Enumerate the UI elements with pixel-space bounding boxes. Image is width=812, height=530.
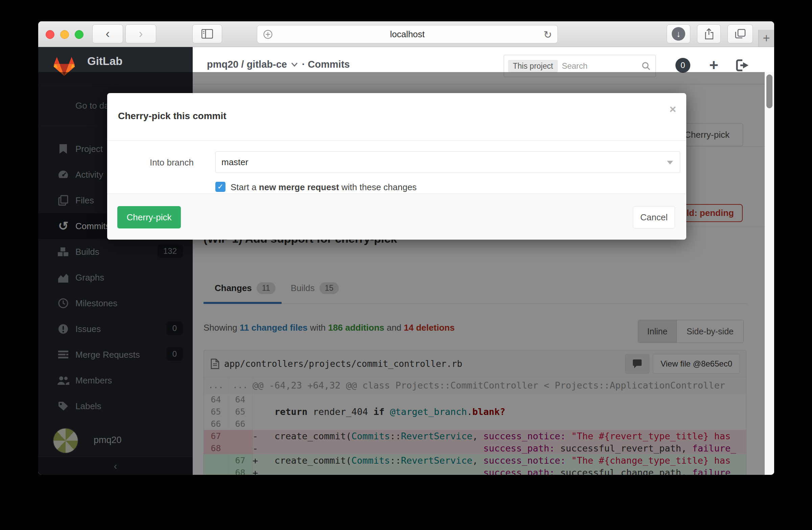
cherry-pick-modal: Cherry-pick this commit × Into branch ma… bbox=[107, 93, 686, 240]
search-placeholder: Search bbox=[562, 61, 641, 71]
modal-title: Cherry-pick this commit bbox=[118, 111, 227, 122]
project-title[interactable]: pmq20 / gitlab-ce bbox=[207, 59, 287, 70]
sidebar-toggle-button[interactable] bbox=[192, 24, 222, 43]
section-title: · Commits bbox=[302, 59, 350, 70]
search-scope-badge: This project bbox=[508, 60, 558, 72]
downloads-button[interactable]: ↓ bbox=[667, 24, 690, 43]
branch-label: Into branch bbox=[107, 157, 194, 168]
branch-select[interactable]: master bbox=[215, 151, 680, 173]
modal-footer: Cherry-pick Cancel bbox=[107, 194, 686, 240]
gitlab-wordmark[interactable]: GitLab bbox=[87, 55, 123, 68]
share-icon bbox=[705, 28, 713, 40]
branch-value: master bbox=[221, 157, 248, 168]
address-bar[interactable]: localhost ↻ bbox=[257, 25, 558, 43]
browser-toolbar: ‹ › localhost ↻ ↓ bbox=[38, 21, 774, 47]
page-viewport: GitLab Go to dashboard Project Activity bbox=[38, 47, 774, 475]
downloads-icon: ↓ bbox=[672, 27, 685, 41]
sign-out-icon[interactable] bbox=[736, 59, 750, 72]
tab-overview-button[interactable] bbox=[727, 24, 753, 43]
tab-overview-icon bbox=[735, 29, 746, 39]
new-merge-request-label[interactable]: Start a new merge request with these cha… bbox=[231, 182, 417, 193]
back-icon: ‹ bbox=[106, 28, 110, 40]
window-minimize-button[interactable] bbox=[60, 30, 69, 39]
close-icon[interactable]: × bbox=[669, 103, 676, 115]
window-close-button[interactable] bbox=[46, 30, 55, 39]
window-zoom-button[interactable] bbox=[75, 30, 84, 39]
caret-down-icon bbox=[667, 161, 673, 165]
scrollbar-track[interactable] bbox=[765, 72, 774, 475]
cherry-pick-confirm-button[interactable]: Cherry-pick bbox=[117, 206, 181, 228]
back-button[interactable]: ‹ bbox=[92, 24, 123, 43]
divider bbox=[107, 140, 686, 141]
refresh-icon[interactable]: ↻ bbox=[543, 29, 552, 41]
check-icon: ✓ bbox=[217, 182, 223, 191]
forward-icon: › bbox=[139, 28, 143, 40]
new-tab-button[interactable]: + bbox=[758, 30, 774, 47]
chevron-down-icon[interactable] bbox=[291, 62, 298, 67]
new-project-icon[interactable]: + bbox=[709, 56, 719, 74]
sidebar-toggle-icon bbox=[202, 29, 213, 39]
scrollbar-thumb[interactable] bbox=[766, 74, 772, 108]
new-merge-request-checkbox[interactable]: ✓ bbox=[215, 182, 226, 192]
url-text: localhost bbox=[390, 29, 425, 40]
todos-count-badge[interactable]: 0 bbox=[676, 58, 690, 73]
new-tab-icon: + bbox=[763, 31, 770, 45]
cancel-button[interactable]: Cancel bbox=[633, 206, 675, 228]
forward-button[interactable]: › bbox=[126, 24, 156, 43]
breadcrumb: pmq20 / gitlab-ce · Commits bbox=[207, 59, 350, 70]
search-icon bbox=[641, 61, 651, 71]
share-button[interactable] bbox=[697, 24, 721, 43]
add-extension-icon[interactable] bbox=[263, 30, 273, 39]
browser-window: ‹ › localhost ↻ ↓ bbox=[38, 21, 774, 475]
